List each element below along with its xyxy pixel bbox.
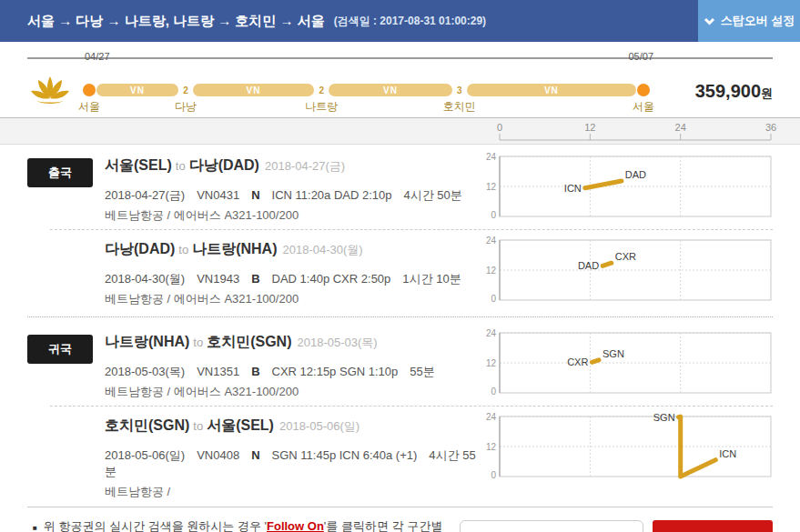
airline-aircraft: 베트남항공 / 에어버스 A321-100/200 <box>105 384 481 400</box>
airline-aircraft: 베트남항공 / <box>105 484 481 500</box>
svg-text:12: 12 <box>486 182 497 192</box>
timeline-city-label: 다낭 <box>175 99 197 115</box>
from-city: 나트랑(NHA) <box>105 334 189 349</box>
footer-bar: ■ 위 항공권의 실시간 검색을 원하시는 경우 'Follow On'를 클릭… <box>27 507 773 532</box>
divider <box>50 406 773 407</box>
timeline-city-label: 서울 <box>78 99 100 115</box>
dep-airport-label: SGN <box>653 412 675 423</box>
to-city: 나트랑(NHA) <box>192 241 277 256</box>
stopover-settings-label: 스탑오버 설정 <box>721 13 795 29</box>
svg-text:12: 12 <box>486 266 497 276</box>
return-date-label: 05/07 <box>628 51 653 62</box>
endpoint-dot-icon <box>83 84 96 96</box>
time-ruler: 0122436 <box>481 118 773 146</box>
stopover-nights-badge: 2 <box>314 83 329 97</box>
price-amount: 359,900 <box>695 81 761 101</box>
flight-duration: 1시간 10분 <box>402 272 461 286</box>
flight-path-line <box>603 263 612 266</box>
divider <box>50 229 773 230</box>
svg-text:0: 0 <box>497 122 502 133</box>
passenger-class-select[interactable]: 성인 1명, 이코노미석 이상 <box>460 520 643 532</box>
timeline-flight-bar: VN <box>329 84 452 96</box>
follow-on-link[interactable]: Follow On <box>267 519 324 532</box>
flight-chart: 24120SGNICN <box>481 413 773 480</box>
svg-text:12: 12 <box>584 122 595 133</box>
flight-chart: 24120CXRSGN <box>481 329 773 396</box>
svg-text:0: 0 <box>491 294 496 304</box>
segment-list: 출국 서울(SEL)to다낭(DAD)2018-04-27(금) 2018-04… <box>0 145 800 503</box>
flight-times: ICN 11:20a DAD 2:10p <box>272 188 392 202</box>
flight-times: CXR 12:15p SGN 1:10p <box>272 365 399 378</box>
stopover-nights-badge: 3 <box>452 83 467 97</box>
svg-text:0: 0 <box>491 386 496 396</box>
svg-text:0: 0 <box>491 210 496 220</box>
arr-airport-label: SGN <box>603 348 624 359</box>
segment-title: 호치민(SGN)to서울(SEL)2018-05-06(일) <box>105 417 481 436</box>
airline-aircraft: 베트남항공 / 에어버스 A321-100/200 <box>105 207 481 224</box>
stopover-nights-badge: 2 <box>178 83 193 97</box>
time-ruler-strip: 0122436 <box>0 117 800 145</box>
flight-times: DAD 1:40p CXR 2:50p <box>272 272 391 286</box>
flight-detail-line: 2018-05-06(일)VN0408NSGN 11:45p ICN 6:40a… <box>105 447 481 480</box>
segment-row: 다낭(DAD)to나트랑(NHA)2018-04-30(월) 2018-04-3… <box>27 232 773 310</box>
timeline-flight-bar: VN <box>193 84 314 96</box>
flight-date: 2018-04-27(금) <box>105 188 185 202</box>
segment-title: 나트랑(NHA)to호치민(SGN)2018-05-03(목) <box>105 333 481 352</box>
flight-duration: 4시간 50분 <box>404 188 462 202</box>
follow-on-button[interactable]: Follow On <box>653 520 773 532</box>
from-city: 서울(SEL) <box>105 157 172 173</box>
timeline-city-label: 서울 <box>633 99 654 115</box>
segment-row: 귀국 나트랑(NHA)to호치민(SGN)2018-05-03(목) 2018-… <box>27 325 773 403</box>
dep-airport-label: CXR <box>567 356 588 367</box>
stopover-settings-button[interactable]: 스탑오버 설정 <box>698 0 800 42</box>
endpoint-dot-icon <box>637 84 650 96</box>
to-word: to <box>193 336 203 349</box>
svg-text:12: 12 <box>486 358 497 368</box>
carrier-code: VN <box>383 85 398 95</box>
arr-airport-label: DAD <box>625 169 646 180</box>
arr-airport-label: ICN <box>719 448 736 459</box>
airline-aircraft: 베트남항공 / 에어버스 A321-100/200 <box>105 291 481 307</box>
to-city: 다낭(DAD) <box>189 157 259 173</box>
itinerary-summary: 04/27 05/07 VNVNVNVN서울2다낭2나트랑3호치민서울 359,… <box>0 59 800 117</box>
svg-text:36: 36 <box>765 122 776 133</box>
svg-text:0: 0 <box>491 470 496 480</box>
segment-row: 호치민(SGN)to서울(SEL)2018-05-06(일) 2018-05-0… <box>27 408 773 503</box>
outbound-badge: 출국 <box>27 158 93 187</box>
carrier-code: VN <box>544 85 559 95</box>
group-divider <box>27 316 773 317</box>
itinerary-timeline: 04/27 05/07 VNVNVNVN서울2다낭2나트랑3호치민서울 <box>89 66 643 114</box>
svg-text:24: 24 <box>486 236 497 246</box>
fare-class: N <box>251 188 259 202</box>
segment-date: 2018-04-27(금) <box>265 159 345 173</box>
flight-detail-line: 2018-05-03(목)VN1351BCXR 12:15p SGN 1:10p… <box>105 364 481 380</box>
segment-row: 출국 서울(SEL)to다낭(DAD)2018-04-27(금) 2018-04… <box>27 148 773 226</box>
fare-class: N <box>251 448 259 462</box>
svg-text:24: 24 <box>486 328 497 338</box>
fare-class: B <box>251 365 259 378</box>
flight-path-line <box>592 360 599 363</box>
carrier-code: VN <box>130 85 145 95</box>
vietnam-airlines-logo <box>27 75 75 110</box>
flight-number: VN1943 <box>197 272 239 286</box>
svg-text:24: 24 <box>675 122 686 133</box>
flight-search-result-page: 서울 → 다낭 → 나트랑, 나트랑 → 호치민 → 서울 (검색일 : 201… <box>0 0 800 532</box>
carrier-code: VN <box>247 85 261 95</box>
page-title: 서울 → 다낭 → 나트랑, 나트랑 → 호치민 → 서울 <box>27 13 325 30</box>
svg-text:12: 12 <box>486 442 497 452</box>
inbound-badge: 귀국 <box>27 335 93 364</box>
notice-list: ■ 위 항공권의 실시간 검색을 원하시는 경우 'Follow On'를 클릭… <box>27 517 449 532</box>
flight-date: 2018-05-06(일) <box>105 448 185 462</box>
dep-airport-label: ICN <box>564 183 582 194</box>
total-price: 359,900원 <box>656 81 773 102</box>
flight-chart: 24120DADCXR <box>481 236 773 304</box>
segment-title: 다낭(DAD)to나트랑(NHA)2018-04-30(월) <box>105 240 481 259</box>
square-bullet-icon: ■ <box>33 523 37 532</box>
dep-airport-label: DAD <box>578 260 599 271</box>
segment-title: 서울(SEL)to다낭(DAD)2018-04-27(금) <box>105 156 481 176</box>
flight-times: SGN 11:45p ICN 6:40a (+1) <box>272 448 418 462</box>
flight-number: VN0431 <box>197 188 239 202</box>
price-unit: 원 <box>761 86 773 100</box>
flight-duration: 55분 <box>410 365 434 378</box>
segment-date: 2018-05-06(일) <box>279 419 359 433</box>
